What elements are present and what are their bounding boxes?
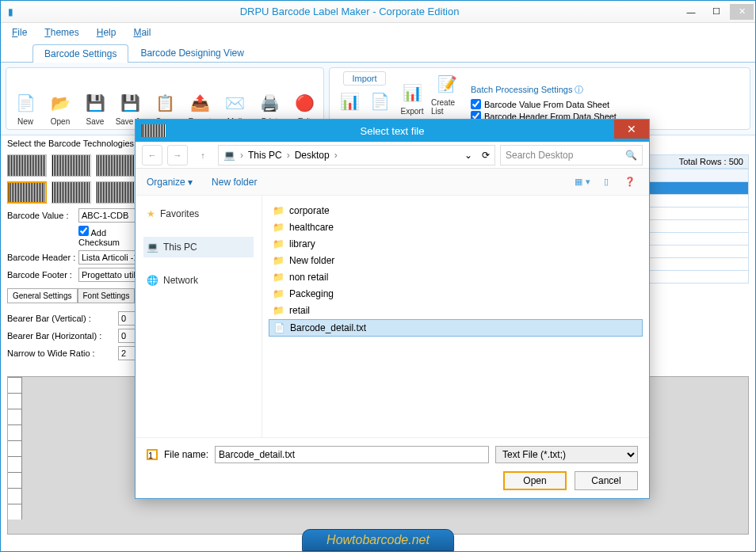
main-tabs: Barcode Settings Barcode Designing View bbox=[1, 42, 755, 63]
barcode-type-5[interactable] bbox=[52, 181, 91, 204]
chevron-down-icon[interactable]: ⌄ bbox=[464, 150, 472, 161]
nav-back-button[interactable]: ← bbox=[142, 145, 162, 166]
newfolder-button[interactable]: New folder bbox=[212, 177, 257, 188]
export-button[interactable]: 📤Export bbox=[184, 71, 216, 126]
file-item[interactable]: 📁non retail bbox=[269, 269, 643, 285]
pc-icon: 💻 bbox=[223, 150, 235, 161]
sidebar-network[interactable]: 🌐Network bbox=[143, 270, 254, 291]
highlight-marker: 1 bbox=[147, 449, 158, 460]
new-button[interactable]: 📄New bbox=[10, 71, 41, 126]
file-item[interactable]: 📁retail bbox=[269, 303, 643, 318]
file-item[interactable]: 📁healthcare bbox=[269, 219, 643, 235]
file-item-selected[interactable]: 📄Barcode_detail.txt bbox=[269, 319, 643, 337]
new-icon: 📄 bbox=[13, 90, 38, 116]
folder-icon: 📁 bbox=[272, 204, 284, 217]
sidebar-thispc[interactable]: 💻This PC bbox=[143, 237, 254, 257]
barcode-type-1[interactable] bbox=[7, 154, 47, 177]
footer-banner: Howtobarcode.net bbox=[302, 529, 454, 551]
barcode-type-6[interactable] bbox=[96, 181, 136, 204]
dialog-help-icon[interactable]: ❓ bbox=[622, 174, 638, 190]
exit-button[interactable]: 🔴Exit bbox=[288, 71, 320, 126]
import-excel-button[interactable]: 📊 bbox=[336, 89, 363, 114]
subtab-font[interactable]: Font Settings bbox=[78, 288, 136, 303]
barcode-type-4[interactable] bbox=[7, 181, 47, 204]
dialog-icon bbox=[142, 124, 166, 137]
dialog-footer: 1 File name: Text File (*.txt;) Open Can… bbox=[136, 437, 649, 498]
copy-button[interactable]: 📋Copy bbox=[149, 71, 181, 126]
barcode-type-2[interactable] bbox=[52, 154, 91, 177]
search-input[interactable]: Search Desktop 🔍 bbox=[500, 145, 643, 166]
filetype-select[interactable]: Text File (*.txt;) bbox=[495, 446, 638, 463]
createlist-button[interactable]: 📝Create List bbox=[431, 71, 463, 116]
footer-label: Barcode Footer : bbox=[7, 270, 78, 280]
tab-barcode-settings[interactable]: Barcode Settings bbox=[32, 44, 128, 63]
check-value[interactable]: Barcode Value From Data Sheet bbox=[471, 99, 617, 109]
help-icon[interactable]: ⓘ bbox=[575, 85, 583, 94]
nav-up-button[interactable]: ↑ bbox=[193, 145, 213, 166]
file-item[interactable]: 📁Packeging bbox=[269, 286, 643, 302]
dialog-toolbar: Organize ▾ New folder ▦ ▾ ▯ ❓ bbox=[136, 169, 649, 196]
nav-forward-button[interactable]: → bbox=[167, 145, 188, 166]
file-item[interactable]: 📁New folder bbox=[269, 253, 643, 268]
menu-file[interactable]: File bbox=[12, 27, 27, 38]
export-icon: 📤 bbox=[187, 90, 212, 116]
network-icon: 🌐 bbox=[147, 275, 158, 286]
import-text-button[interactable]: 📄 bbox=[366, 89, 393, 114]
refresh-icon[interactable]: ⟳ bbox=[482, 150, 490, 161]
print-button[interactable]: 🖨️Print bbox=[254, 71, 285, 126]
dialog-titlebar: Select text file ✕ bbox=[136, 120, 649, 142]
search-icon: 🔍 bbox=[625, 150, 637, 161]
folder-icon: 📁 bbox=[272, 221, 284, 234]
preview-pane-icon[interactable]: ▯ bbox=[598, 174, 614, 190]
saveas-button[interactable]: 💾Save As bbox=[114, 71, 146, 126]
batch-title: Batch Processing Settings ⓘ bbox=[471, 84, 617, 96]
maximize-button[interactable]: ☐ bbox=[704, 4, 728, 20]
cancel-button[interactable]: Cancel bbox=[575, 471, 638, 490]
menubar: File Themes Help Mail bbox=[1, 23, 755, 42]
dialog-close-button[interactable]: ✕ bbox=[614, 120, 649, 139]
close-button[interactable]: ✕ bbox=[730, 4, 754, 20]
sidebar-favorites[interactable]: ★Favorites bbox=[143, 204, 254, 224]
pc-icon: 💻 bbox=[147, 242, 158, 253]
text-icon: 📄 bbox=[367, 89, 392, 114]
minimize-button[interactable]: — bbox=[679, 4, 703, 20]
dialog-nav: ← → ↑ 💻 › This PC › Desktop › ⌄ ⟳ Search… bbox=[136, 142, 649, 169]
folder-icon: 📁 bbox=[272, 254, 284, 267]
import-button[interactable]: Import bbox=[343, 71, 385, 86]
breadcrumb[interactable]: 💻 › This PC › Desktop › ⌄ ⟳ bbox=[218, 145, 495, 166]
batch-export-button[interactable]: 📊Export bbox=[396, 71, 428, 116]
filename-label: File name: bbox=[164, 449, 208, 460]
subtab-general[interactable]: General Settings bbox=[7, 288, 78, 303]
filename-input[interactable] bbox=[215, 446, 489, 463]
file-list: 📁corporate 📁healthcare 📁library 📁New fol… bbox=[262, 196, 649, 437]
ruler-vertical bbox=[8, 377, 22, 520]
folder-icon: 📁 bbox=[272, 271, 284, 284]
folder-icon: 📁 bbox=[272, 287, 284, 300]
value-label: Barcode Value : bbox=[7, 211, 78, 220]
barcode-type-3[interactable] bbox=[96, 154, 136, 177]
save-button[interactable]: 💾Save bbox=[79, 71, 111, 126]
open-file-button[interactable]: Open bbox=[503, 471, 567, 490]
menu-help[interactable]: Help bbox=[97, 27, 116, 38]
mail-button[interactable]: ✉️Mail bbox=[219, 71, 250, 126]
menu-themes[interactable]: Themes bbox=[44, 27, 78, 38]
file-item[interactable]: 📁corporate bbox=[269, 203, 643, 219]
view-icon[interactable]: ▦ ▾ bbox=[575, 174, 590, 190]
app-icon: ▮ bbox=[1, 6, 20, 17]
titlebar: ▮ DRPU Barcode Label Maker - Corporate E… bbox=[1, 1, 755, 23]
folder-icon: 📁 bbox=[272, 304, 284, 317]
window-title: DRPU Barcode Label Maker - Corporate Edi… bbox=[20, 6, 679, 17]
list-icon: 📝 bbox=[434, 71, 460, 97]
save-icon: 💾 bbox=[82, 90, 108, 116]
organize-button[interactable]: Organize ▾ bbox=[147, 177, 193, 188]
file-dialog: Select text file ✕ ← → ↑ 💻 › This PC › D… bbox=[135, 119, 650, 499]
textfile-icon: 📄 bbox=[273, 322, 285, 334]
open-button[interactable]: 📂Open bbox=[44, 71, 76, 126]
dialog-sidebar: ★Favorites 💻This PC 🌐Network bbox=[136, 196, 262, 437]
open-icon: 📂 bbox=[48, 90, 73, 116]
menu-mail[interactable]: Mail bbox=[133, 27, 151, 38]
saveas-icon: 💾 bbox=[117, 90, 143, 116]
copy-icon: 📋 bbox=[152, 90, 178, 116]
file-item[interactable]: 📁library bbox=[269, 236, 643, 252]
tab-designing-view[interactable]: Barcode Designing View bbox=[128, 44, 256, 62]
